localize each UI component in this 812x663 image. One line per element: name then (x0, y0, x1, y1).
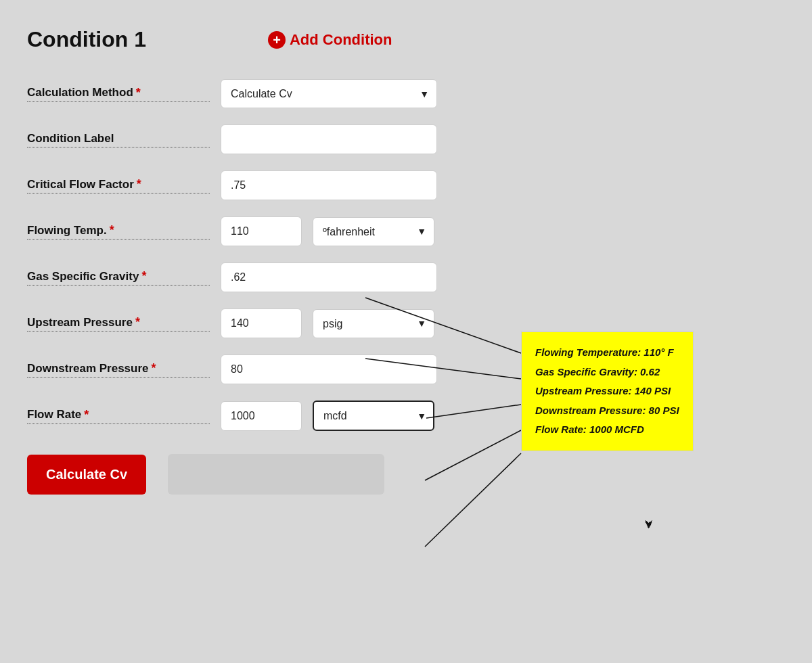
flow-rate-row: Flow Rate * mcfd scfh mmscfd ▼ (27, 401, 447, 431)
downstream-pressure-row: Downstream Pressure * (27, 355, 447, 384)
flowing-temp-unit-wrapper: ºfahrenheit ºcelsius ▼ (313, 217, 434, 246)
required-star-4: * (141, 269, 146, 283)
calculation-method-select[interactable]: Calculate Cv Calculate Flow Calculate Pr… (221, 79, 437, 108)
gas-specific-gravity-row: Gas Specific Gravity * (27, 262, 447, 292)
downstream-pressure-label: Downstream Pressure * (27, 361, 210, 378)
add-condition-button[interactable]: + Add Condition (268, 31, 392, 49)
upstream-pressure-label: Upstream Pressure * (27, 315, 210, 332)
critical-flow-factor-row: Critical Flow Factor * (27, 170, 447, 200)
annotation-line-3: Upstream Pressure: 140 PSI (535, 382, 679, 401)
result-box (168, 454, 384, 495)
required-star-7: * (84, 408, 89, 422)
flow-rate-unit-select[interactable]: mcfd scfh mmscfd (313, 401, 434, 431)
required-star: * (136, 86, 141, 100)
condition-label-row: Condition Label (27, 124, 447, 154)
calculation-method-label: Calculation Method * (27, 86, 210, 102)
upstream-pressure-row: Upstream Pressure * psig psia barg bara … (27, 308, 447, 338)
annotation-box: Flowing Temperature: 110° F Gas Specific… (521, 332, 694, 451)
page-title: Condition 1 (27, 27, 146, 52)
required-star-6: * (152, 361, 156, 375)
condition-label-input[interactable] (221, 124, 437, 154)
required-star-5: * (135, 315, 140, 329)
gas-specific-gravity-label: Gas Specific Gravity * (27, 269, 210, 285)
flowing-temp-unit-select[interactable]: ºfahrenheit ºcelsius (313, 217, 434, 246)
upstream-pressure-unit-select[interactable]: psig psia barg bara (313, 309, 434, 338)
critical-flow-factor-input[interactable] (221, 170, 437, 200)
critical-flow-factor-label: Critical Flow Factor * (27, 177, 210, 193)
gas-specific-gravity-input[interactable] (221, 262, 437, 292)
flowing-temp-input[interactable] (221, 216, 302, 246)
annotation-line-2: Gas Specific Gravity: 0.62 (535, 363, 679, 382)
svg-text:⮟: ⮟ (644, 519, 654, 530)
flowing-temp-label: Flowing Temp. * (27, 223, 210, 239)
annotation-line-1: Flowing Temperature: 110° F (535, 343, 679, 363)
annotation-line-4: Downstream Pressure: 80 PSI (535, 401, 679, 421)
upstream-pressure-input[interactable] (221, 308, 302, 338)
upstream-pressure-unit-wrapper: psig psia barg bara ▼ (313, 309, 434, 338)
add-icon: + (268, 31, 286, 49)
required-star-2: * (137, 177, 141, 191)
downstream-pressure-input[interactable] (221, 355, 437, 384)
calculate-row: Calculate Cv (27, 447, 447, 495)
annotation-line-5: Flow Rate: 1000 MCFD (535, 420, 679, 440)
condition-label-label: Condition Label (27, 132, 210, 147)
flowing-temp-row: Flowing Temp. * ºfahrenheit ºcelsius ▼ (27, 216, 447, 246)
calculation-method-select-wrapper: Calculate Cv Calculate Flow Calculate Pr… (221, 79, 437, 108)
flow-rate-unit-wrapper: mcfd scfh mmscfd ▼ (313, 401, 434, 431)
required-star-3: * (110, 223, 114, 237)
add-condition-label: Add Condition (290, 31, 392, 49)
calculate-cv-button[interactable]: Calculate Cv (27, 455, 146, 495)
calculation-method-row: Calculation Method * Calculate Cv Calcul… (27, 79, 447, 108)
flow-rate-input[interactable] (221, 401, 302, 431)
flow-rate-label: Flow Rate * (27, 408, 210, 424)
